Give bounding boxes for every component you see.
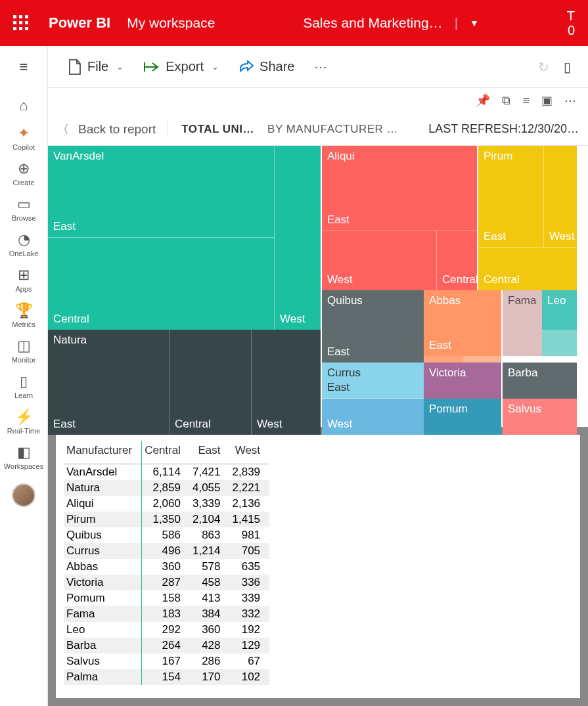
nav-realtime[interactable]: ⚡Real-Time — [4, 405, 43, 439]
cell-value: 287 — [142, 575, 190, 590]
nav-onelake[interactable]: ◔OneLake — [4, 227, 43, 261]
user-avatar[interactable] — [12, 483, 35, 507]
nav-browse[interactable]: ▭Browse — [4, 192, 43, 226]
book-icon: ▯ — [20, 373, 28, 390]
treemap-cell[interactable] — [542, 330, 577, 356]
table-row[interactable]: Palma154170102 — [64, 669, 269, 685]
cell-value: 4,055 — [190, 480, 230, 496]
focus-icon[interactable]: ▣ — [541, 93, 553, 108]
col-central[interactable]: Central — [142, 441, 190, 464]
treemap-cell[interactable]: Salvus — [503, 399, 577, 435]
treemap-cell[interactable]: West — [544, 146, 577, 248]
treemap-cell[interactable]: PirumEast — [478, 146, 544, 248]
treemap-cell[interactable]: West — [322, 399, 424, 435]
cell-value: 863 — [190, 527, 230, 543]
table-row[interactable]: Aliqui2,0603,3392,136 — [64, 496, 269, 512]
content-area: 📌 ⧉ ≡ ▣ ⋯ 〈 Back to report TOTAL UNI… BY… — [48, 88, 588, 706]
more-icon[interactable]: ⋯ — [564, 93, 576, 108]
nav-metrics[interactable]: 🏆Metrics — [4, 298, 43, 332]
table-row[interactable]: Pirum1,3502,1041,415 — [64, 512, 269, 527]
cell-manufacturer: Salvus — [64, 653, 142, 669]
cell-value: 3,339 — [190, 496, 230, 512]
trophy-icon: 🏆 — [15, 302, 33, 319]
more-options-icon[interactable]: ⋯ — [314, 59, 327, 75]
nav-workspaces[interactable]: ◧Workspaces — [4, 440, 43, 474]
treemap-cell[interactable]: Central — [437, 231, 477, 290]
treemap-cell[interactable]: AliquiEast — [322, 146, 477, 231]
table-row[interactable]: Salvus16728667 — [64, 653, 269, 669]
treemap-cell[interactable]: VanArsdelEast — [48, 146, 275, 238]
cell-value: 2,060 — [142, 496, 190, 512]
file-menu[interactable]: File ⌄ — [61, 56, 130, 78]
treemap-cell[interactable]: West — [275, 146, 321, 330]
table-row[interactable]: Pomum158413339 — [64, 590, 269, 606]
treemap-cell[interactable]: Central — [48, 238, 275, 330]
cell-value: 2,839 — [230, 464, 270, 481]
table-row[interactable]: Victoria287458336 — [64, 575, 269, 590]
cell-value: 339 — [230, 590, 270, 606]
pin-icon[interactable]: 📌 — [476, 93, 490, 108]
treemap-cell[interactable]: Barba — [503, 363, 577, 399]
cell-manufacturer: Currus — [64, 543, 142, 559]
cell-value: 586 — [142, 527, 190, 543]
back-to-report[interactable]: 〈 Back to report — [57, 121, 168, 137]
nav-create[interactable]: ⊕Create — [4, 156, 43, 190]
nav-apps[interactable]: ⊞Apps — [4, 263, 43, 297]
brand-label[interactable]: Power BI — [49, 14, 110, 32]
treemap-cell[interactable]: Central — [478, 248, 577, 290]
filter-icon[interactable]: ≡ — [522, 94, 530, 108]
workspace-label[interactable]: My workspace — [127, 15, 215, 31]
table-row[interactable]: Barba264428129 — [64, 638, 269, 653]
nav-home[interactable]: ⌂ — [4, 93, 43, 120]
treemap-cell[interactable]: AbbasEast — [424, 290, 501, 356]
cell-value: 192 — [230, 622, 270, 638]
hamburger-icon[interactable]: ≡ — [20, 58, 28, 76]
cell-value: 2,859 — [142, 480, 190, 496]
table-row[interactable]: Fama183384332 — [64, 606, 269, 622]
cell-manufacturer: Natura — [64, 480, 142, 496]
table-row[interactable]: Natura2,8594,0552,221 — [64, 480, 269, 496]
onelake-icon: ◔ — [18, 231, 30, 248]
table-row[interactable]: Abbas360578635 — [64, 559, 269, 575]
share-icon — [238, 60, 254, 74]
treemap-cell[interactable]: QuibusEast — [322, 290, 424, 363]
tab-total-units[interactable]: TOTAL UNI… — [181, 123, 254, 136]
chevron-down-icon: ⌄ — [212, 62, 219, 72]
col-east[interactable]: East — [190, 441, 230, 464]
nav-learn[interactable]: ▯Learn — [4, 369, 43, 403]
data-table[interactable]: Manufacturer Central East West VanArsdel… — [56, 435, 580, 698]
treemap-cell[interactable]: West — [252, 330, 321, 435]
chevron-down-icon[interactable]: ▼ — [470, 18, 479, 28]
app-launcher-icon[interactable] — [13, 15, 29, 31]
col-west[interactable]: West — [230, 441, 270, 464]
table-row[interactable]: Quibus586863981 — [64, 527, 269, 543]
treemap-cell[interactable]: Leo — [542, 290, 577, 330]
table-row[interactable]: Currus4961,214705 — [64, 543, 269, 559]
table-row[interactable]: VanArsdel6,1147,4212,839 — [64, 464, 269, 481]
refresh-icon[interactable]: ↻ — [538, 59, 549, 75]
export-menu[interactable]: Export ⌄ — [137, 56, 225, 77]
cell-value: 6,114 — [142, 464, 190, 481]
cell-value: 170 — [190, 669, 230, 685]
report-title[interactable]: Sales and Marketing… — [303, 15, 442, 31]
col-manufacturer[interactable]: Manufacturer — [64, 441, 142, 464]
share-button[interactable]: Share — [232, 56, 301, 77]
treemap-cell[interactable]: Fama — [503, 290, 542, 356]
chevron-left-icon: 〈 — [57, 121, 69, 137]
treemap-cell[interactable]: Victoria — [424, 363, 501, 399]
treemap-chart[interactable]: VanArsdelEast Central West NaturaEast Ce… — [48, 146, 588, 427]
treemap-cell[interactable]: Pomum — [424, 399, 501, 435]
nav-monitor[interactable]: ◫Monitor — [4, 334, 43, 368]
table-header-row: Manufacturer Central East West — [64, 441, 269, 464]
table-row[interactable]: Leo292360192 — [64, 622, 269, 638]
bookmark-icon[interactable]: ▯ — [564, 59, 571, 75]
tab-by-manufacturer[interactable]: BY MANUFACTURER … — [267, 123, 398, 136]
treemap-cell[interactable]: West — [322, 231, 437, 290]
treemap-cell[interactable]: NaturaEast — [48, 330, 170, 435]
workspaces-icon: ◧ — [17, 444, 31, 461]
cell-value: 1,415 — [230, 512, 270, 527]
treemap-cell[interactable]: Central — [170, 330, 252, 435]
treemap-cell[interactable]: CurrusEast — [322, 363, 424, 399]
copy-icon[interactable]: ⧉ — [502, 94, 510, 108]
nav-copilot[interactable]: ✦Copilot — [4, 121, 43, 155]
